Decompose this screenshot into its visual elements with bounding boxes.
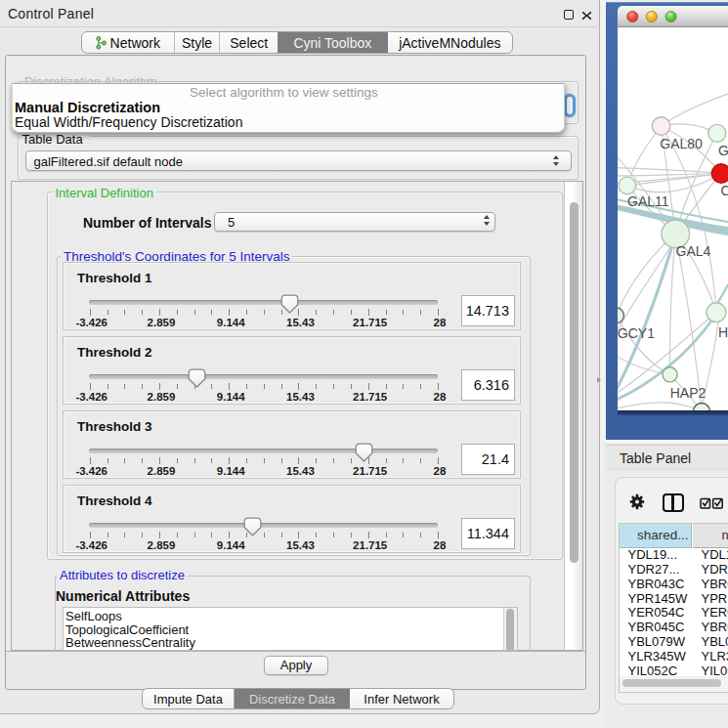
- svg-text:GAL4: GAL4: [676, 243, 711, 259]
- svg-text:GAL80: GAL80: [660, 136, 703, 151]
- svg-text:GCY1: GCY1: [618, 325, 655, 341]
- svg-text:GAL11: GAL11: [627, 193, 669, 209]
- svg-text:HAP2: HAP2: [670, 385, 707, 401]
- svg-text:HAP4: HAP4: [718, 324, 728, 340]
- svg-text:GAL3: GAL3: [718, 143, 728, 158]
- svg-text:CDC1: CDC1: [720, 183, 728, 198]
